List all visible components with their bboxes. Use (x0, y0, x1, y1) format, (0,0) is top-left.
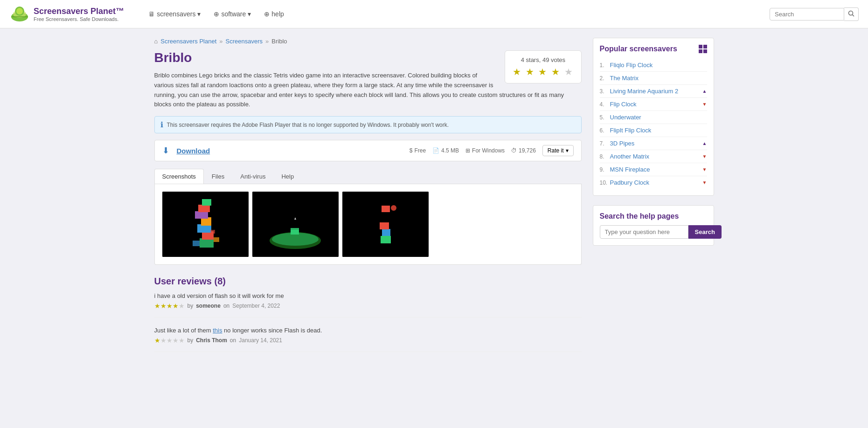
svg-point-3 (16, 8, 23, 14)
trend-down-icon-4: ▼ (702, 102, 707, 107)
svg-point-5 (849, 11, 853, 15)
popular-item-6: 6. FlipIt Flip Clock (600, 124, 707, 137)
download-meta: $ Free 📄 4.5 MB ⊞ For Windows ⏱ 19,726 R… (410, 145, 574, 156)
warning-box: ℹ This screensaver requires the Adobe Fl… (154, 116, 582, 133)
dollar-icon: $ (410, 147, 413, 154)
logo-subtitle: Free Screensavers. Safe Downloads. (34, 16, 124, 22)
review-meta-1: ★★★★★ by someone on September 4, 2022 (154, 302, 582, 310)
search-input[interactable] (770, 8, 844, 21)
popular-item-7: 7. 3D Pipes ▲ (600, 137, 707, 150)
trend-down-icon-8: ▼ (702, 154, 707, 159)
site-logo[interactable]: Screensavers Planet™ Free Screensavers. … (9, 4, 124, 24)
star-4: ★ (551, 67, 561, 77)
help-search-section: Search the help pages Search (593, 205, 714, 246)
popular-item-5: 5. Underwater (600, 111, 707, 124)
popular-item-2: 2. The Matrix (600, 72, 707, 85)
popular-link-10[interactable]: Padbury Clock (610, 179, 702, 186)
svg-rect-17 (210, 230, 215, 234)
tab-antivirus[interactable]: Anti-virus (232, 169, 273, 184)
warning-text: This screensaver requires the Adobe Flas… (167, 122, 449, 128)
review-item-1: i have a old version of flash so it will… (154, 292, 582, 318)
svg-rect-25 (381, 236, 391, 243)
screenshot-1[interactable] (162, 192, 249, 257)
tabs: Screenshots Files Anti-virus Help (154, 169, 582, 184)
review-on-2: on (230, 337, 236, 344)
review-link[interactable]: this (213, 327, 222, 334)
popular-item-8: 8. Another Matrix ▼ (600, 150, 707, 163)
popular-link-2[interactable]: The Matrix (610, 75, 707, 82)
svg-rect-12 (195, 211, 208, 219)
help-search-button[interactable]: Search (688, 225, 722, 239)
tab-content (154, 184, 582, 265)
popular-item-4: 4. Flip Clock ▼ (600, 98, 707, 111)
popular-item-9: 9. MSN Fireplace ▼ (600, 163, 707, 176)
help-icon: ⊕ (264, 10, 270, 18)
svg-point-29 (391, 205, 396, 211)
help-search-title: Search the help pages (600, 212, 707, 221)
windows-icon (699, 45, 707, 53)
software-icon: ⊕ (214, 10, 219, 18)
review-item-2: Just like a lot of them this no longer w… (154, 327, 582, 352)
tab-files[interactable]: Files (204, 169, 232, 184)
popular-link-7[interactable]: 3D Pipes (610, 140, 702, 147)
review-date-1: September 4, 2022 (232, 303, 280, 309)
trend-down-icon-9: ▼ (702, 167, 707, 172)
rating-box: 4 stars, 49 votes ★ ★ ★ ★ ★ (505, 50, 581, 83)
screenshot-2[interactable] (252, 192, 339, 257)
chevron-down-icon: ▾ (248, 10, 251, 18)
screenshot-2-image (252, 192, 339, 257)
nav-help[interactable]: ⊕ help (258, 7, 289, 21)
star-3: ★ (538, 67, 548, 77)
star-rating: ★ ★ ★ ★ ★ (513, 66, 573, 77)
info-icon: ℹ (160, 120, 163, 129)
popular-link-8[interactable]: Another Matrix (610, 153, 702, 160)
logo-title: Screensavers Planet™ (34, 7, 124, 16)
nav-software[interactable]: ⊕ software ▾ (208, 7, 257, 21)
popular-link-1[interactable]: Fliqlo Flip Clock (610, 62, 707, 69)
site-header: Screensavers Planet™ Free Screensavers. … (0, 0, 868, 28)
monitor-icon: 🖥 (148, 10, 155, 18)
review-by-1: by (187, 303, 194, 309)
popular-list: 1. Fliqlo Flip Clock 2. The Matrix 3. Li… (600, 59, 707, 189)
review-stars-1: ★★★★★ (154, 302, 185, 310)
svg-rect-28 (382, 206, 390, 212)
rate-chevron-icon: ▾ (566, 147, 569, 154)
content-area: ⌂ Screensavers Planet » Screensavers » B… (154, 38, 582, 361)
main-container: ⌂ Screensavers Planet » Screensavers » B… (145, 28, 723, 371)
rate-button[interactable]: Rate it ▾ (542, 145, 574, 156)
tab-help[interactable]: Help (273, 169, 302, 184)
file-icon: 📄 (432, 147, 439, 154)
reviews-title: User reviews (8) (154, 276, 582, 287)
download-link[interactable]: Download (177, 147, 210, 155)
svg-rect-15 (193, 241, 200, 246)
chevron-down-icon: ▾ (197, 10, 201, 18)
nav-screensavers[interactable]: 🖥 screensavers ▾ (143, 7, 206, 21)
help-search-bar: Search (600, 225, 707, 239)
popular-item-10: 10. Padbury Clock ▼ (600, 176, 707, 189)
rating-text: 4 stars, 49 votes (513, 56, 573, 63)
logo-icon (9, 4, 30, 24)
svg-rect-14 (202, 199, 211, 206)
platform-item: ⊞ For Windows (465, 147, 505, 154)
popular-link-4[interactable]: Flip Clock (610, 101, 702, 108)
price-item: $ Free (410, 147, 426, 154)
breadcrumb-sep-2: » (265, 38, 269, 45)
popular-link-3[interactable]: Living Marine Aquarium 2 (610, 88, 702, 95)
review-date-2: January 14, 2021 (239, 337, 282, 344)
home-icon: ⌂ (154, 38, 158, 45)
popular-link-9[interactable]: MSN Fireplace (610, 166, 702, 173)
help-search-input[interactable] (600, 225, 688, 239)
search-button[interactable] (844, 7, 859, 21)
review-author-1: someone (196, 303, 221, 309)
review-author-2: Chris Thom (196, 337, 227, 344)
windows-nav-icon: ⊞ (465, 147, 470, 154)
clock-icon: ⏱ (511, 147, 517, 154)
tab-screenshots[interactable]: Screenshots (154, 169, 204, 184)
popular-link-5[interactable]: Underwater (610, 114, 707, 121)
trend-up-icon-7: ▲ (702, 141, 707, 146)
screenshot-3[interactable] (342, 192, 429, 257)
popular-link-6[interactable]: FlipIt Flip Clock (610, 127, 707, 134)
main-nav: 🖥 screensavers ▾ ⊕ software ▾ ⊕ help (143, 7, 290, 21)
breadcrumb-screensavers-link[interactable]: Screensavers (226, 38, 263, 45)
breadcrumb-home-link[interactable]: Screensavers Planet (160, 38, 216, 45)
